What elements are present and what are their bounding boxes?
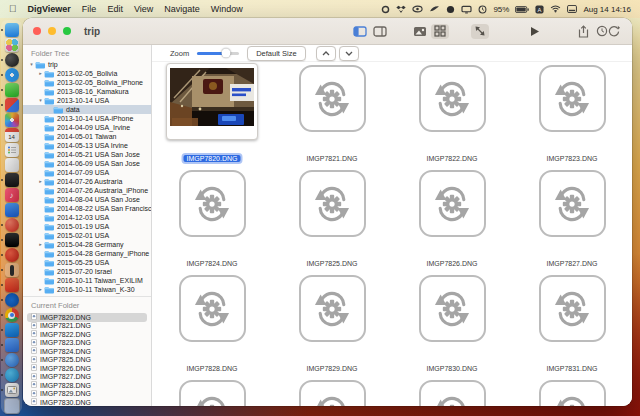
image-view-button[interactable] <box>411 24 429 39</box>
loading-card[interactable] <box>299 275 366 342</box>
tree-row[interactable]: ▸2013-02-05_Bolivia <box>23 69 151 78</box>
grid-cell[interactable] <box>272 377 392 406</box>
disclosure-triangle-icon[interactable]: ▾ <box>37 98 44 103</box>
disclosure-triangle-icon[interactable]: ▸ <box>37 71 44 76</box>
tree-row[interactable]: 2014-06-09 USA San Jose <box>23 159 151 168</box>
file-row[interactable]: IMGP7827.DNG <box>23 373 151 382</box>
grid-cell[interactable]: IMGP7822.DNG <box>392 62 512 167</box>
loading-card[interactable] <box>299 380 366 406</box>
battery-icon[interactable] <box>515 6 529 13</box>
dock-notes-icon[interactable] <box>5 158 19 172</box>
loading-card[interactable] <box>299 65 366 132</box>
tree-row[interactable]: 2015-05-25 USA <box>23 258 151 267</box>
dock-digviewer-icon[interactable] <box>5 383 19 397</box>
grid-cell[interactable] <box>512 377 632 406</box>
file-row[interactable]: IMGP7829.DNG <box>23 390 151 399</box>
fit-to-window-button[interactable] <box>471 24 489 39</box>
input-source-icon[interactable]: A <box>535 5 544 14</box>
dock-safari-icon[interactable] <box>5 68 19 82</box>
menu-item-view[interactable]: View <box>134 4 153 14</box>
grid-cell[interactable]: IMGP7823.DNG <box>512 62 632 167</box>
next-button[interactable] <box>339 46 359 61</box>
loading-card[interactable] <box>179 380 246 406</box>
default-size-button[interactable]: Default Size <box>247 46 305 61</box>
dock-blue-doc-app-icon[interactable] <box>5 338 19 352</box>
menu-item-window[interactable]: Window <box>211 4 243 14</box>
dock-reminders-icon[interactable] <box>5 143 19 157</box>
loading-card[interactable] <box>539 275 606 342</box>
tree-row[interactable]: 2014-05-21 USA San Jose <box>23 150 151 159</box>
loading-card[interactable] <box>539 170 606 237</box>
close-button[interactable] <box>33 27 41 35</box>
tree-row[interactable]: 2014-07-26 Austraria_iPhone <box>23 186 151 195</box>
tree-row[interactable]: data <box>23 105 151 114</box>
disclosure-triangle-icon[interactable]: ▸ <box>37 179 44 184</box>
tree-row[interactable]: 2014-08-22 USA San Francisco <box>23 204 151 213</box>
thumbnail-view-button[interactable] <box>431 24 449 39</box>
file-row[interactable]: IMGP7821.DNG <box>23 322 151 331</box>
loading-card[interactable] <box>419 65 486 132</box>
menubar-clock[interactable]: Aug 14 14:16 <box>583 5 631 14</box>
loading-card[interactable] <box>539 65 606 132</box>
zoom-button[interactable] <box>63 27 71 35</box>
grid-cell[interactable]: IMGP7826.DNG <box>392 167 512 272</box>
grid-cell[interactable]: IMGP7831.DNG <box>512 272 632 377</box>
grid-cell[interactable] <box>392 377 512 406</box>
dock-blue-p-app-icon[interactable] <box>5 293 19 307</box>
dock-dark-circle-app-icon[interactable] <box>5 53 19 67</box>
rotate-button[interactable] <box>605 24 623 39</box>
battery-percent[interactable]: 95% <box>493 5 509 14</box>
zoom-slider-knob[interactable] <box>221 49 230 58</box>
dock-vscode-icon[interactable] <box>5 323 19 337</box>
tree-row[interactable]: 2015-07-20 Israel <box>23 267 151 276</box>
file-row[interactable]: IMGP7828.DNG <box>23 381 151 390</box>
grid-cell[interactable]: IMGP7828.DNG <box>152 272 272 377</box>
tree-row[interactable]: ▸2016-10-11 Taiwan_K-30 <box>23 285 151 294</box>
tree-row[interactable]: 2014-04-09 USA_Irvine <box>23 123 151 132</box>
dock-black-square-app-icon[interactable] <box>5 233 19 247</box>
grid-cell[interactable]: IMGP7829.DNG <box>272 272 392 377</box>
eye-app-icon[interactable] <box>412 5 423 13</box>
zoom-slider[interactable] <box>197 52 239 55</box>
display-icon[interactable] <box>461 5 472 14</box>
menu-item-edit[interactable]: Edit <box>107 4 123 14</box>
clock-app-icon[interactable] <box>478 5 487 14</box>
dot-app-icon[interactable] <box>446 5 455 14</box>
dock-messages-icon[interactable] <box>5 83 19 97</box>
tree-row[interactable]: 2015-01-19 USA <box>23 222 151 231</box>
menu-item-navigate[interactable]: Navigate <box>164 4 200 14</box>
file-row[interactable]: IMGP7826.DNG <box>23 364 151 373</box>
dock-blue-swirl-app-icon[interactable] <box>5 368 19 382</box>
menu-extra-icon[interactable] <box>567 5 577 13</box>
loading-card[interactable] <box>419 170 486 237</box>
dock-xcode-icon[interactable] <box>5 203 19 217</box>
toggle-folder-tree-button[interactable] <box>351 24 369 39</box>
slideshow-play-button[interactable] <box>525 24 543 39</box>
apple-menu-icon[interactable]:  <box>9 4 17 14</box>
dock-blue-pen-app-icon[interactable] <box>5 353 19 367</box>
grid-cell[interactable]: IMGP7821.DNG <box>272 62 392 167</box>
file-row[interactable]: IMGP7823.DNG <box>23 339 151 348</box>
grid-cell[interactable]: IMGP7827.DNG <box>512 167 632 272</box>
dock-dark-app-icon[interactable] <box>5 173 19 187</box>
record-indicator-icon[interactable] <box>381 5 390 14</box>
tree-row[interactable]: 2013-08-16_Kamakura <box>23 87 151 96</box>
dock-dark-bar-app-icon[interactable] <box>5 263 19 277</box>
file-row[interactable]: IMGP7824.DNG <box>23 347 151 356</box>
tree-row[interactable]: 2015-04-28 Germany_iPhone <box>23 249 151 258</box>
disclosure-triangle-icon[interactable]: ▸ <box>37 287 44 292</box>
file-row[interactable]: IMGP7820.DNG <box>27 313 147 322</box>
dock-red-slash-app-icon[interactable] <box>5 248 19 262</box>
tree-row[interactable]: 2014-05-01 Taiwan <box>23 132 151 141</box>
grid-cell[interactable]: IMGP7824.DNG <box>152 167 272 272</box>
loading-card[interactable] <box>419 275 486 342</box>
file-row[interactable]: IMGP7830.DNG <box>23 398 151 406</box>
tree-row[interactable]: 2014-07-09 USA <box>23 168 151 177</box>
wifi-icon[interactable] <box>550 5 561 13</box>
dock-launchpad-icon[interactable] <box>5 38 19 52</box>
share-button[interactable] <box>574 24 592 39</box>
disclosure-triangle-icon[interactable]: ▾ <box>28 62 35 67</box>
loading-card[interactable] <box>179 275 246 342</box>
dock-photos-icon[interactable] <box>5 113 19 127</box>
tree-row[interactable]: 2013-10-14 USA-iPhone <box>23 114 151 123</box>
